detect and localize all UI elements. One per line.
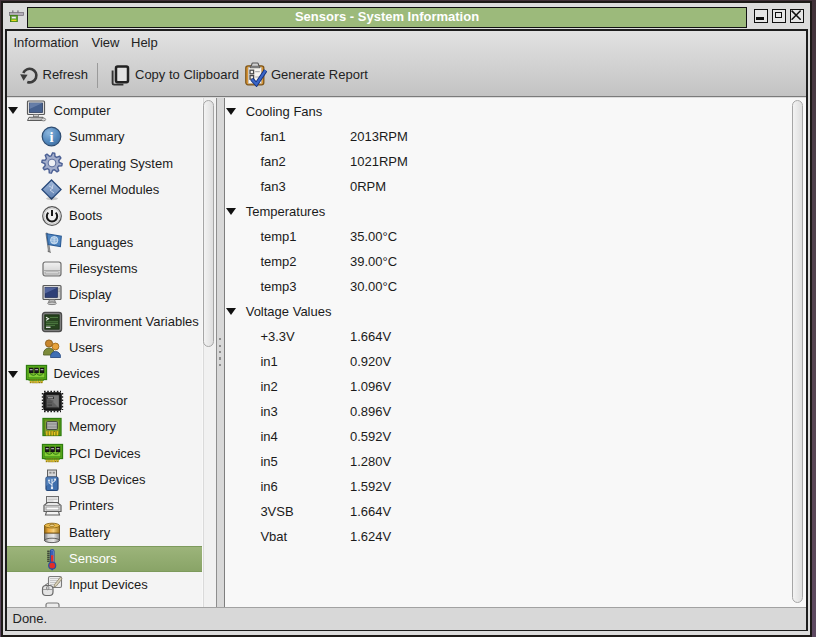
svg-text:i: i	[49, 129, 53, 145]
